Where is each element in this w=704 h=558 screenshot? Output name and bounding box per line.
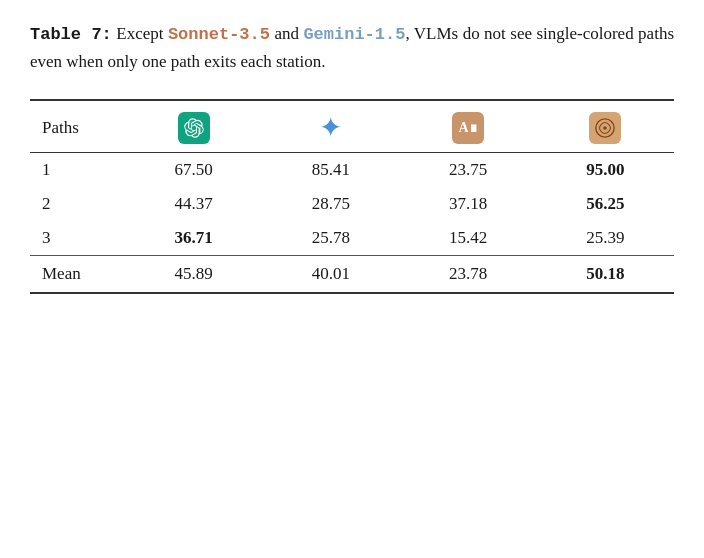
gpt-icon [178,112,210,144]
mean-col3: 23.78 [399,256,536,294]
table-row: 1 67.50 85.41 23.75 95.00 [30,153,674,188]
model-sonnet: Sonnet-3.5 [168,25,270,44]
results-table: Paths ✦ A∎ [30,99,674,294]
row-3-col2: 25.78 [262,221,399,256]
qwen-column-header [537,100,674,153]
row-label: 1 [30,153,125,188]
table-label: Table 7: [30,25,112,44]
row-3-col1: 36.71 [125,221,262,256]
qwen-icon [589,112,621,144]
row-label: 2 [30,187,125,221]
mean-row: Mean 45.89 40.01 23.78 50.18 [30,256,674,294]
row-1-col2: 85.41 [262,153,399,188]
mean-col2: 40.01 [262,256,399,294]
model-gemini: Gemini-1.5 [303,25,405,44]
gemini-icon: ✦ [319,111,342,144]
caption-text-1: Except [116,24,168,43]
mean-label: Mean [30,256,125,294]
row-2-col3: 37.18 [399,187,536,221]
row-1-col1: 67.50 [125,153,262,188]
table-row: 2 44.37 28.75 37.18 56.25 [30,187,674,221]
row-label: 3 [30,221,125,256]
mean-col1: 45.89 [125,256,262,294]
svg-point-1 [604,126,608,130]
table-row: 3 36.71 25.78 15.42 25.39 [30,221,674,256]
paths-column-header: Paths [30,100,125,153]
row-1-col3: 23.75 [399,153,536,188]
row-2-col2: 28.75 [262,187,399,221]
caption: Table 7: Except Sonnet-3.5 and Gemini-1.… [30,20,674,75]
claude-icon: A∎ [452,112,484,144]
row-2-col4: 56.25 [537,187,674,221]
table-header-row: Paths ✦ A∎ [30,100,674,153]
gemini-column-header: ✦ [262,100,399,153]
caption-text-2: and [270,24,303,43]
row-1-col4: 95.00 [537,153,674,188]
gpt-column-header [125,100,262,153]
row-3-col3: 15.42 [399,221,536,256]
row-2-col1: 44.37 [125,187,262,221]
mean-col4: 50.18 [537,256,674,294]
claude-column-header: A∎ [399,100,536,153]
row-3-col4: 25.39 [537,221,674,256]
